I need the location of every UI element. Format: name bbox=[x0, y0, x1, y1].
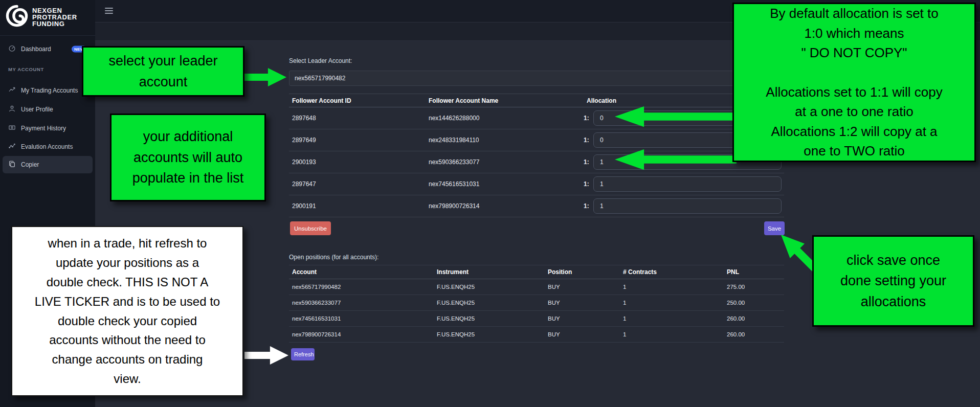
app-window: NEXGEN PROTRADER FUNDING Dashboard NEW M… bbox=[0, 0, 980, 407]
positions-table-header: Account Instrument Position # Contracts … bbox=[289, 265, 784, 279]
annotation-line: change accounts on trading bbox=[12, 350, 242, 369]
ratio-prefix: 1: bbox=[584, 202, 589, 210]
brand-name: NEXGEN PROTRADER FUNDING bbox=[32, 7, 77, 27]
green-arrow-to-leader-select bbox=[242, 65, 286, 89]
follower-name: nex590366233077 bbox=[429, 159, 479, 166]
chart-line-icon bbox=[8, 86, 16, 95]
position-pnl: 275.00 bbox=[727, 284, 745, 290]
sidebar-item-label: User Profile bbox=[21, 106, 53, 113]
sidebar-section-my-account: MY ACCOUNT bbox=[8, 66, 44, 72]
open-positions-table: Account Instrument Position # Contracts … bbox=[289, 265, 784, 343]
allocation-input[interactable] bbox=[593, 198, 782, 214]
column-header: Account bbox=[292, 268, 317, 276]
annotation-line: Allocations set to 1:1 will copy bbox=[734, 82, 974, 102]
sidebar-item-evalution-accounts[interactable]: Evalution Accounts bbox=[0, 138, 95, 155]
sidebar-item-label: Payment History bbox=[21, 125, 66, 132]
column-header: Position bbox=[548, 268, 572, 276]
ratio-prefix: 1: bbox=[584, 115, 589, 122]
hamburger-menu-icon[interactable] bbox=[105, 8, 113, 14]
column-header: Follower Account Name bbox=[429, 97, 498, 104]
annotation-line: at a one to one ratio bbox=[734, 102, 974, 121]
sidebar-item-label: My Trading Accounts bbox=[21, 87, 78, 94]
spiral-logo-icon bbox=[5, 4, 29, 30]
sidebar-item-my-trading-accounts[interactable]: My Trading Accounts bbox=[0, 82, 95, 99]
annotation-line: 1:0 which means bbox=[734, 24, 974, 43]
position-account: nex798900726314 bbox=[292, 331, 341, 337]
brand-logo[interactable]: NEXGEN PROTRADER FUNDING bbox=[5, 4, 77, 30]
leader-account-select[interactable]: nex565717990482 bbox=[289, 71, 784, 86]
annotation-line: allocations bbox=[814, 291, 973, 312]
annotation-line: your additional bbox=[112, 126, 264, 147]
position-instrument: F.US.ENQH25 bbox=[437, 284, 475, 290]
position-contracts: 1 bbox=[623, 315, 626, 322]
ratio-prefix: 1: bbox=[584, 137, 589, 144]
sidebar-item-payment-history[interactable]: Payment History bbox=[0, 120, 95, 137]
follower-id: 2897648 bbox=[292, 115, 316, 122]
follower-name: nex144626288000 bbox=[429, 115, 479, 122]
position-contracts: 1 bbox=[623, 284, 626, 290]
user-icon bbox=[8, 105, 16, 114]
annotation-line: select your leader bbox=[83, 51, 243, 72]
allocation-input[interactable] bbox=[593, 176, 782, 192]
sidebar-item-copier[interactable]: Copier bbox=[3, 156, 93, 173]
green-arrow-to-allocation-row1 bbox=[615, 105, 737, 128]
annotation-allocation-info: By default allocation is set to 1:0 whic… bbox=[732, 3, 976, 162]
sidebar-item-label: Copier bbox=[21, 161, 39, 168]
position-instrument: F.US.ENQH25 bbox=[437, 331, 475, 337]
sidebar-item-label: Evalution Accounts bbox=[21, 143, 73, 150]
refresh-button[interactable]: Refresh bbox=[291, 348, 315, 360]
follower-name: nex745616531031 bbox=[429, 180, 479, 188]
table-row: nex745616531031 F.US.ENQH25 BUY 1 260.00 bbox=[289, 311, 784, 327]
annotation-refresh-note: when in a trade, hit refresh to update y… bbox=[11, 226, 243, 396]
annotation-auto-populate: your additional accounts will auto popul… bbox=[110, 114, 266, 201]
follower-id: 2900193 bbox=[292, 159, 316, 166]
annotation-line: click save once bbox=[814, 250, 973, 271]
position-account: nex590366233077 bbox=[292, 300, 341, 306]
position-account: nex745616531031 bbox=[292, 315, 341, 322]
chart-dots-icon bbox=[8, 142, 16, 151]
annotation-line: double check. THIS IS NOT A bbox=[12, 273, 242, 292]
sidebar-divider bbox=[0, 35, 95, 36]
position-side: BUY bbox=[548, 331, 560, 337]
gauge-icon bbox=[8, 44, 16, 54]
column-header: PNL bbox=[727, 268, 739, 276]
annotation-line: done setting your bbox=[814, 270, 973, 291]
position-pnl: 260.00 bbox=[727, 315, 745, 322]
annotation-select-leader: select your leader account bbox=[82, 46, 244, 97]
column-header: Follower Account ID bbox=[292, 97, 351, 104]
sidebar-item-dashboard[interactable]: Dashboard NEW bbox=[0, 40, 95, 58]
leader-account-label: Select Leader Account: bbox=[289, 57, 352, 64]
ratio-prefix: 1: bbox=[584, 159, 589, 166]
unsubscribe-button[interactable]: Unsubscribe bbox=[290, 221, 331, 235]
table-row: nex565717990482 F.US.ENQH25 BUY 1 275.00 bbox=[289, 279, 784, 295]
table-row: 2900191 nex798900726314 1: bbox=[289, 195, 784, 217]
column-header: Allocation bbox=[587, 97, 616, 104]
table-row: nex590366233077 F.US.ENQH25 BUY 1 250.00 bbox=[289, 295, 784, 311]
annotation-line: one to TWO ratio bbox=[734, 141, 974, 161]
banknote-icon bbox=[8, 124, 16, 133]
column-header: Instrument bbox=[437, 268, 469, 276]
follower-id: 2897647 bbox=[292, 180, 316, 188]
position-side: BUY bbox=[548, 300, 560, 306]
follower-name: nex248331984110 bbox=[429, 137, 479, 144]
annotation-line: By default allocation is set to bbox=[734, 4, 974, 23]
annotation-line: " DO NOT COPY" bbox=[734, 43, 974, 62]
copy-icon bbox=[8, 160, 16, 169]
sidebar-item-user-profile[interactable]: User Profile bbox=[0, 101, 95, 118]
ratio-prefix: 1: bbox=[584, 180, 589, 188]
green-arrow-to-allocation-row3 bbox=[615, 148, 737, 171]
annotation-line: accounts without the need to bbox=[12, 330, 242, 350]
annotation-line: when in a trade, hit refresh to bbox=[12, 234, 242, 253]
table-row: 2897647 nex745616531031 1: bbox=[289, 173, 784, 195]
position-side: BUY bbox=[548, 315, 560, 322]
annotation-line: double check your copied bbox=[12, 311, 242, 331]
position-contracts: 1 bbox=[623, 331, 626, 337]
annotation-line: account bbox=[83, 72, 243, 93]
follower-id: 2897649 bbox=[292, 137, 316, 144]
follower-name: nex798900726314 bbox=[429, 202, 479, 210]
sidebar-item-label: Dashboard bbox=[21, 46, 51, 53]
annotation-line: LIVE TICKER and is to be used to bbox=[12, 292, 242, 311]
position-pnl: 260.00 bbox=[727, 331, 745, 337]
annotation-line: view. bbox=[12, 369, 242, 389]
annotation-line bbox=[734, 63, 974, 82]
